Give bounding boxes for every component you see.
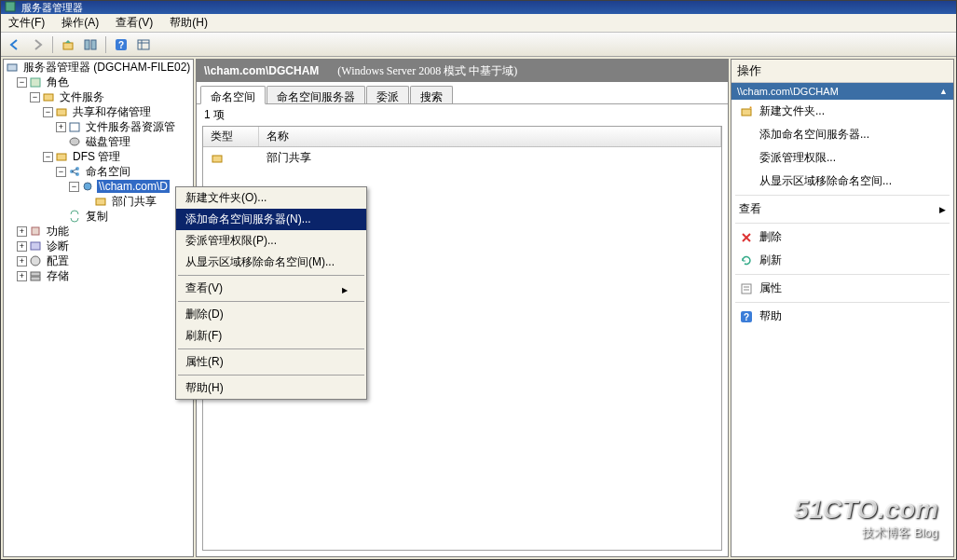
toggle-namespace[interactable]: −: [56, 167, 66, 177]
titlebar: 服务器管理器: [1, 1, 956, 14]
list-row[interactable]: 部门共享: [203, 147, 721, 169]
menu-file[interactable]: 文件(F): [5, 13, 48, 33]
folder-icon: [42, 90, 55, 103]
tree-roles[interactable]: 角色: [45, 75, 71, 90]
share-icon: [55, 105, 68, 118]
col-type[interactable]: 类型: [203, 127, 259, 146]
action-view[interactable]: 查看 ▶: [731, 198, 953, 221]
help-button[interactable]: ?: [111, 34, 131, 55]
tab-search[interactable]: 搜索: [410, 86, 453, 103]
toggle-fsresource[interactable]: +: [56, 122, 66, 132]
svg-rect-12: [57, 109, 66, 116]
server-icon: [6, 61, 19, 74]
toggle-storage[interactable]: +: [17, 271, 27, 281]
tree-diagnostics[interactable]: 诊断: [45, 239, 71, 254]
delete-icon: [739, 230, 754, 245]
app-icon: [5, 1, 18, 14]
ctx-delete[interactable]: 删除(D): [176, 304, 366, 325]
action-sep2: [735, 223, 950, 224]
menubar: 文件(F) 操作(A) 查看(V) 帮助(H): [1, 14, 956, 33]
action-help[interactable]: ? 帮助: [731, 305, 953, 328]
roles-icon: [29, 75, 42, 89]
svg-rect-0: [6, 2, 15, 11]
action-new-folder[interactable]: * 新建文件夹...: [731, 100, 953, 123]
action-remove-ns[interactable]: 从显示区域移除命名空间...: [731, 170, 953, 193]
svg-rect-28: [212, 156, 222, 162]
tree-config[interactable]: 配置: [45, 253, 71, 269]
ctx-add-ns-server[interactable]: 添加命名空间服务器(N)...: [176, 209, 366, 230]
fsrm-icon: [68, 120, 81, 133]
panes-button[interactable]: [80, 34, 101, 55]
svg-rect-23: [32, 227, 39, 235]
blank-icon: [739, 174, 754, 189]
tree-pane[interactable]: 服务器管理器 (DGCHAM-FILE02) − 角色 − 文件服务 − 共享和…: [3, 59, 194, 557]
toggle-diag[interactable]: +: [17, 241, 27, 252]
toolbar-sep2: [105, 36, 106, 53]
ctx-properties[interactable]: 属性(R): [176, 351, 366, 373]
tree-storage[interactable]: 存储: [45, 268, 71, 284]
menu-help[interactable]: 帮助(H): [166, 13, 212, 33]
help-icon: ?: [739, 309, 754, 324]
ctx-sep2: [178, 301, 364, 302]
toggle-dfs[interactable]: −: [43, 152, 53, 162]
svg-point-21: [84, 183, 91, 190]
svg-point-25: [31, 256, 40, 266]
action-delete[interactable]: 删除: [731, 225, 953, 249]
tree-features[interactable]: 功能: [45, 224, 71, 239]
toggle-fileservice[interactable]: −: [30, 92, 40, 102]
svg-rect-1: [63, 43, 73, 49]
storage-icon: [29, 269, 42, 282]
tabs: 命名空间 命名空间服务器 委派 搜索: [197, 82, 728, 104]
ctx-refresh[interactable]: 刷新(F): [176, 325, 366, 347]
tree-nspath[interactable]: \\cham.com\D: [97, 180, 170, 193]
svg-rect-24: [31, 242, 40, 250]
action-add-ns-server[interactable]: 添加命名空间服务器...: [731, 123, 953, 146]
action-delegate[interactable]: 委派管理权限...: [731, 146, 953, 170]
folder-share-icon: [94, 195, 107, 208]
views-button[interactable]: [133, 34, 154, 55]
action-refresh[interactable]: 刷新: [731, 249, 953, 272]
tree-diskmgmt[interactable]: 磁盘管理: [84, 134, 132, 150]
blank-icon: [739, 128, 754, 143]
actions-title: 操作: [731, 60, 953, 83]
tree-fileservice[interactable]: 文件服务: [58, 89, 106, 105]
svg-rect-31: [742, 284, 751, 294]
ctx-help[interactable]: 帮助(H): [176, 377, 366, 399]
menu-action[interactable]: 操作(A): [58, 13, 103, 33]
col-name[interactable]: 名称: [259, 127, 721, 146]
toggle-config[interactable]: +: [17, 256, 27, 266]
toolbar-sep: [52, 36, 53, 53]
toggle-nspath[interactable]: −: [69, 182, 79, 192]
tree-root[interactable]: 服务器管理器 (DGCHAM-FILE02): [21, 60, 192, 75]
main-mode: (Windows Server 2008 模式 中基于域): [337, 63, 517, 79]
ctx-new-folder[interactable]: 新建文件夹(O)...: [176, 187, 366, 209]
toggle-sharestorage[interactable]: −: [43, 107, 53, 117]
tree-replication[interactable]: 复制: [84, 209, 110, 225]
menu-view[interactable]: 查看(V): [112, 13, 157, 33]
tree-fsresource[interactable]: 文件服务器资源管: [84, 119, 177, 135]
toggle-features[interactable]: +: [17, 226, 27, 237]
ctx-remove[interactable]: 从显示区域移除命名空间(M)...: [176, 252, 366, 273]
forward-button[interactable]: [27, 34, 48, 55]
ctx-sep3: [178, 348, 364, 349]
ctx-view[interactable]: 查看(V): [176, 278, 366, 299]
new-folder-icon: *: [739, 104, 754, 119]
tree-dfs[interactable]: DFS 管理: [71, 149, 122, 165]
tree-sharestorage[interactable]: 共享和存储管理: [71, 104, 153, 120]
tab-namespace[interactable]: 命名空间: [200, 86, 266, 104]
action-properties[interactable]: 属性: [731, 277, 953, 300]
ctx-sep1: [178, 275, 364, 276]
ctx-delegate[interactable]: 委派管理权限(P)...: [176, 230, 366, 252]
back-button[interactable]: [5, 34, 25, 55]
tree-deptshare[interactable]: 部门共享: [110, 194, 158, 210]
action-sep3: [735, 274, 950, 275]
tab-delegate[interactable]: 委派: [366, 86, 409, 103]
tree-namespace[interactable]: 命名空间: [84, 164, 132, 180]
toggle-roles[interactable]: −: [17, 77, 27, 88]
content-area: 服务器管理器 (DGCHAM-FILE02) − 角色 − 文件服务 − 共享和…: [1, 57, 956, 559]
tab-ns-servers[interactable]: 命名空间服务器: [267, 86, 365, 103]
up-button[interactable]: [58, 34, 78, 55]
svg-rect-11: [44, 94, 53, 101]
blank-icon: [739, 151, 754, 166]
collapse-icon[interactable]: ▲: [939, 87, 948, 96]
